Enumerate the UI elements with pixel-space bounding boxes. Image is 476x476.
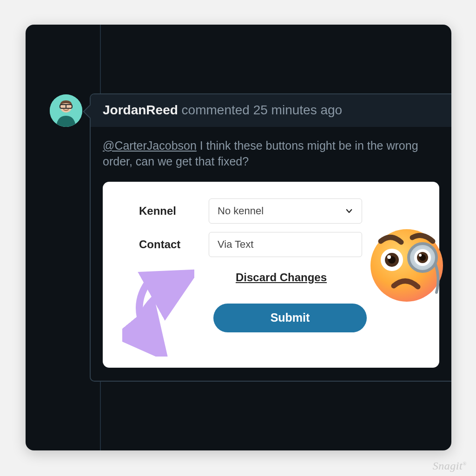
form-row-kennel: Kennel No kennel	[125, 198, 417, 224]
svg-point-7	[388, 256, 396, 264]
kennel-select-value: No kennel	[218, 205, 264, 217]
contact-input-value: Via Text	[218, 238, 253, 251]
svg-point-11	[417, 252, 428, 263]
form-actions: Discard Changes Submit	[125, 271, 417, 332]
comment-action-text: commented 25 minutes ago	[182, 103, 343, 117]
avatar-image	[50, 94, 82, 127]
svg-point-12	[419, 254, 426, 261]
submit-button[interactable]: Submit	[213, 304, 367, 332]
contact-label: Contact	[125, 238, 209, 251]
kennel-label: Kennel	[125, 205, 209, 218]
user-mention[interactable]: @CarterJacobson	[103, 139, 197, 152]
comment-body: @CarterJacobson I think these buttons mi…	[91, 127, 451, 381]
svg-point-13	[419, 254, 422, 257]
contact-input[interactable]: Via Text	[209, 232, 362, 257]
kennel-select[interactable]: No kennel	[209, 198, 362, 224]
form-row-contact: Contact Via Text	[125, 232, 417, 257]
chevron-down-icon	[345, 207, 353, 215]
comment-username[interactable]: JordanReed	[103, 103, 178, 117]
comment-text: @CarterJacobson I think these buttons mi…	[103, 138, 439, 170]
comment-header: JordanReed commented 25 minutes ago	[91, 94, 451, 127]
discard-changes-link[interactable]: Discard Changes	[236, 271, 327, 284]
avatar[interactable]	[50, 94, 82, 127]
form-attachment: Kennel No kennel Contact	[103, 182, 439, 368]
screenshot-canvas: JordanReed commented 25 minutes ago @Car…	[26, 25, 451, 450]
comment-bubble: JordanReed commented 25 minutes ago @Car…	[90, 93, 451, 382]
watermark: Snagit®	[433, 460, 467, 472]
